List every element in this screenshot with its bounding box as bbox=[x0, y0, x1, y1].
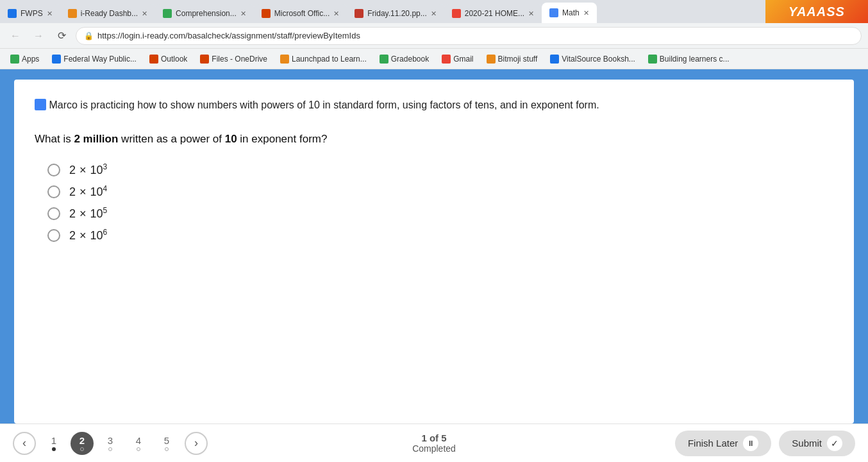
bookmark-2[interactable]: Outlook bbox=[144, 53, 192, 65]
back-button[interactable]: ← bbox=[6, 27, 24, 45]
url-text: https://login.i-ready.com/basalcheck/ass… bbox=[97, 31, 360, 40]
tab-bar: FWPS ✕ i-Ready Dashb... ✕ Comprehension.… bbox=[0, 0, 868, 23]
tab-label-fwps: FWPS bbox=[21, 9, 43, 18]
bookmark-3[interactable]: Files - OneDrive bbox=[195, 53, 272, 65]
reload-button[interactable]: ⟳ bbox=[53, 27, 71, 45]
main-area: ✕ Marco is practicing how to show number… bbox=[0, 69, 868, 462]
bookmark-4[interactable]: Launchpad to Learn... bbox=[275, 53, 372, 65]
page-num-2[interactable]: 2 bbox=[71, 432, 94, 455]
tab-fwps[interactable]: FWPS ✕ bbox=[0, 4, 60, 23]
url-bar[interactable]: 🔒 https://login.i-ready.com/basalcheck/a… bbox=[76, 27, 862, 45]
tab-label-math: Math bbox=[562, 8, 580, 17]
tab-home[interactable]: 2020-21 HOME... ✕ bbox=[444, 4, 542, 23]
tab-label-comprehension: Comprehension... bbox=[176, 9, 237, 18]
bookmark-icon-7 bbox=[487, 55, 496, 64]
submit-button[interactable]: Submit ✓ bbox=[779, 431, 855, 456]
page-number-1: 1 bbox=[51, 435, 56, 446]
bookmark-label-8: VitalSource Booksh... bbox=[562, 55, 635, 64]
tab-label-office: Microsoft Offic... bbox=[274, 9, 330, 18]
tab-favicon-comprehension bbox=[163, 9, 172, 18]
bookmark-5[interactable]: Gradebook bbox=[374, 53, 434, 65]
answer-option-b[interactable]: 2 × 104 bbox=[47, 185, 833, 199]
bookmark-0[interactable]: Apps bbox=[5, 53, 44, 65]
bookmark-label-6: Gmail bbox=[453, 55, 473, 64]
bookmark-label-4: Launchpad to Learn... bbox=[292, 55, 367, 64]
math-expr-a: 2 × 103 bbox=[69, 163, 107, 177]
page-number-4: 4 bbox=[136, 435, 141, 446]
yaaass-logo: YAAASS bbox=[765, 0, 868, 23]
bookmark-7[interactable]: Bitmoji stuff bbox=[481, 53, 543, 65]
answer-option-a[interactable]: 2 × 103 bbox=[47, 163, 833, 177]
tab-close-ppt[interactable]: ✕ bbox=[431, 10, 437, 18]
bookmark-icon-4 bbox=[280, 55, 289, 64]
tab-comprehension[interactable]: Comprehension... ✕ bbox=[155, 4, 254, 23]
browser-frame: FWPS ✕ i-Ready Dashb... ✕ Comprehension.… bbox=[0, 0, 868, 462]
tab-ppt[interactable]: Friday.11.20.pp... ✕ bbox=[347, 4, 444, 23]
radio-b[interactable] bbox=[47, 185, 60, 198]
answer-option-d[interactable]: 2 × 106 bbox=[47, 228, 833, 243]
tab-close-math[interactable]: ✕ bbox=[583, 9, 589, 17]
bookmarks-bar: Apps Federal Way Public... Outlook Files… bbox=[0, 49, 868, 69]
bottom-navigation: ‹ 1 2 3 4 5 › 1 of 5 Completed Finish La… bbox=[0, 424, 868, 462]
bookmark-icon-9 bbox=[648, 55, 657, 64]
page-num-3[interactable]: 3 bbox=[99, 432, 122, 455]
math-expr-d: 2 × 106 bbox=[69, 228, 107, 243]
bookmark-icon-5 bbox=[380, 55, 388, 64]
bookmark-9[interactable]: Building learners c... bbox=[643, 53, 735, 65]
bookmark-1[interactable]: Federal Way Public... bbox=[47, 53, 142, 65]
tab-office[interactable]: Microsoft Offic... ✕ bbox=[254, 4, 347, 23]
bookmark-6[interactable]: Gmail bbox=[437, 53, 478, 65]
tab-close-iready[interactable]: ✕ bbox=[142, 10, 147, 18]
bookmark-icon-2 bbox=[149, 55, 158, 64]
context-text: Marco is practicing how to show numbers … bbox=[35, 98, 833, 113]
prev-button[interactable]: ‹ bbox=[13, 432, 36, 455]
bookmark-icon-0 bbox=[10, 55, 19, 64]
forward-button[interactable]: → bbox=[29, 27, 47, 45]
bookmark-8[interactable]: VitalSource Booksh... bbox=[545, 53, 640, 65]
page-num-1[interactable]: 1 bbox=[42, 432, 65, 455]
page-dot-1 bbox=[52, 447, 56, 451]
answer-options: 2 × 103 2 × 104 2 × 105 2 × 106 bbox=[35, 163, 833, 243]
math-expr-c: 2 × 105 bbox=[69, 207, 107, 221]
bookmark-label-9: Building learners c... bbox=[660, 55, 730, 64]
tab-close-office[interactable]: ✕ bbox=[333, 10, 339, 18]
bookmark-label-0: Apps bbox=[22, 55, 39, 64]
tab-close-fwps[interactable]: ✕ bbox=[47, 10, 53, 18]
answer-option-c[interactable]: 2 × 105 bbox=[47, 207, 833, 221]
page-num-5[interactable]: 5 bbox=[155, 432, 178, 455]
tab-close-home[interactable]: ✕ bbox=[528, 10, 534, 18]
tab-math[interactable]: Math ✕ bbox=[542, 3, 597, 23]
page-dot-empty-5 bbox=[165, 447, 169, 451]
progress-label: Completed bbox=[412, 443, 456, 454]
bookmark-icon-8 bbox=[550, 55, 559, 64]
tab-label-home: 2020-21 HOME... bbox=[465, 9, 524, 18]
page-dot-empty-3 bbox=[108, 447, 112, 451]
radio-d[interactable] bbox=[47, 229, 60, 242]
page-num-4[interactable]: 4 bbox=[127, 432, 150, 455]
radio-c[interactable] bbox=[47, 207, 60, 220]
bookmark-label-1: Federal Way Public... bbox=[63, 55, 137, 64]
page-numbers: 1 2 3 4 5 bbox=[42, 432, 178, 455]
bookmark-label-2: Outlook bbox=[161, 55, 187, 64]
tab-favicon-math bbox=[549, 8, 558, 17]
tab-label-iready: i-Ready Dashb... bbox=[81, 9, 138, 18]
bookmark-icon-1 bbox=[52, 55, 61, 64]
close-button[interactable]: ✕ bbox=[840, 78, 855, 96]
next-button[interactable]: › bbox=[185, 432, 208, 455]
tab-iready[interactable]: i-Ready Dashb... ✕ bbox=[60, 4, 155, 23]
finish-later-button[interactable]: Finish Later ⏸ bbox=[675, 431, 771, 456]
submit-label: Submit bbox=[792, 438, 822, 449]
tab-favicon-fwps bbox=[8, 9, 17, 18]
progress-count: 1 of 5 bbox=[421, 432, 446, 443]
tab-close-comprehension[interactable]: ✕ bbox=[240, 10, 246, 18]
bookmark-label-7: Bitmoji stuff bbox=[498, 55, 538, 64]
tab-favicon-ppt bbox=[355, 9, 363, 18]
question-card: Marco is practicing how to show numbers … bbox=[14, 80, 854, 424]
progress-text: 1 of 5 Completed bbox=[412, 432, 456, 454]
radio-a[interactable] bbox=[47, 164, 60, 176]
finish-later-label: Finish Later bbox=[688, 438, 738, 449]
tab-favicon-home bbox=[452, 9, 461, 18]
page-number-5: 5 bbox=[164, 435, 169, 446]
lock-icon: 🔒 bbox=[84, 31, 94, 40]
address-bar: ← → ⟳ 🔒 https://login.i-ready.com/basalc… bbox=[0, 23, 868, 49]
